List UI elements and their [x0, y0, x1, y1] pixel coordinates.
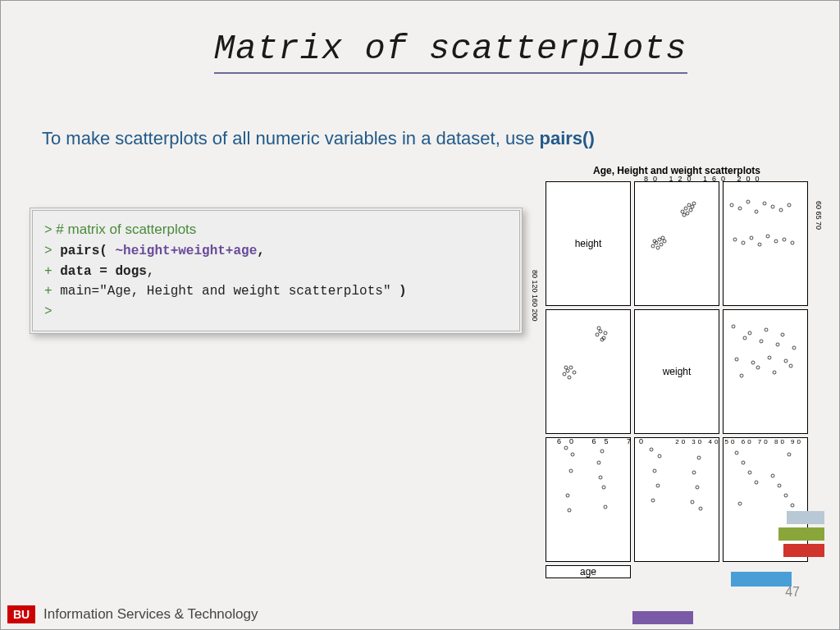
svg-point-87	[771, 474, 774, 477]
diag-cell-height: height	[546, 181, 631, 306]
svg-point-13	[689, 208, 692, 212]
svg-point-71	[699, 507, 702, 510]
svg-point-65	[600, 450, 604, 453]
code-data-arg: data = dogs	[60, 264, 147, 279]
chart-grid: height weight age	[546, 181, 808, 436]
svg-point-72	[658, 454, 661, 458]
svg-point-64	[569, 469, 573, 472]
svg-point-62	[571, 453, 574, 456]
svg-point-37	[564, 366, 568, 369]
svg-point-29	[774, 240, 778, 243]
svg-point-86	[755, 481, 758, 484]
code-comma: ,	[147, 264, 155, 279]
svg-point-60	[564, 446, 568, 450]
svg-point-24	[733, 238, 737, 241]
slide-title: Matrix of scatterplots	[214, 30, 687, 74]
code-close: )	[399, 284, 407, 299]
axis-ticks-bottom-right: 20 30 40 50 60 70 80 90	[675, 438, 803, 445]
subtitle-text: To make scatterplots of all numeric vari…	[42, 128, 540, 148]
svg-point-55	[760, 340, 763, 343]
pairs-plot: Age, Height and weight scatterplots 80 1…	[537, 165, 816, 444]
svg-point-48	[765, 328, 768, 331]
svg-point-22	[779, 208, 783, 212]
svg-point-49	[773, 371, 776, 374]
svg-point-41	[597, 326, 600, 330]
svg-point-16	[730, 203, 733, 207]
scatter-cell	[723, 309, 808, 434]
svg-point-52	[735, 358, 738, 361]
svg-point-73	[691, 500, 694, 504]
svg-point-27	[758, 243, 761, 246]
svg-point-63	[566, 494, 569, 497]
decoration-bar	[787, 511, 824, 524]
code-formula: ~height+weight+age	[107, 244, 257, 258]
svg-point-8	[681, 210, 684, 213]
svg-point-68	[602, 486, 605, 489]
svg-point-74	[653, 469, 656, 472]
svg-point-30	[783, 238, 786, 241]
svg-point-53	[743, 336, 746, 340]
svg-point-15	[692, 202, 696, 205]
svg-point-2	[658, 238, 661, 241]
svg-point-26	[750, 236, 753, 240]
svg-point-58	[784, 359, 788, 363]
svg-point-20	[763, 202, 766, 205]
decoration-bar	[783, 544, 824, 557]
svg-point-19	[755, 210, 758, 213]
svg-point-44	[732, 325, 735, 328]
scatter-cell	[634, 181, 719, 306]
code-func: pairs(	[60, 244, 107, 258]
svg-point-11	[691, 205, 694, 208]
svg-point-51	[789, 364, 792, 368]
svg-point-6	[663, 240, 666, 243]
svg-point-88	[738, 502, 742, 505]
svg-point-9	[684, 207, 687, 210]
svg-point-59	[792, 346, 796, 349]
svg-point-43	[604, 331, 607, 335]
svg-point-12	[686, 212, 689, 215]
axis-ticks-top: 80 120 160 200	[644, 175, 765, 183]
code-comment: # matrix of scatterplots	[52, 221, 197, 237]
page-number: 47	[785, 585, 800, 600]
subtitle-func: pairs()	[540, 128, 595, 148]
svg-point-75	[696, 486, 699, 489]
svg-point-80	[735, 451, 738, 454]
axis-ticks-left: 80 120 160 200	[531, 270, 539, 322]
svg-point-85	[778, 484, 781, 487]
diag-cell-weight: weight	[634, 309, 719, 434]
svg-point-50	[781, 333, 784, 336]
code-block: > # matrix of scatterplots > pairs( ~hei…	[30, 208, 523, 334]
svg-point-17	[738, 207, 742, 210]
code-prompt: +	[44, 284, 52, 299]
svg-point-47	[756, 366, 760, 369]
decoration-bar	[778, 527, 824, 541]
svg-point-79	[697, 456, 701, 459]
svg-point-31	[791, 241, 794, 244]
svg-point-10	[687, 203, 691, 207]
svg-point-82	[742, 461, 745, 464]
footer-dept: Information Services & Technology	[43, 606, 258, 623]
scatter-cell	[546, 309, 631, 434]
svg-point-25	[742, 241, 745, 244]
svg-point-38	[596, 333, 599, 336]
footer: BU Information Services & Technology	[1, 600, 839, 629]
svg-point-45	[740, 374, 743, 377]
scatter-cell	[723, 181, 808, 306]
svg-point-0	[651, 244, 655, 248]
svg-point-61	[568, 509, 571, 512]
code-prompt: +	[44, 264, 52, 279]
svg-point-70	[650, 448, 653, 451]
code-prompt: >	[44, 304, 52, 319]
svg-point-54	[751, 361, 755, 364]
svg-point-33	[566, 369, 569, 372]
svg-point-18	[746, 200, 750, 203]
axis-ticks-bottom-left: 60 65 70	[557, 437, 651, 445]
code-prompt: >	[44, 244, 52, 258]
svg-point-69	[599, 476, 602, 479]
svg-point-32	[563, 372, 566, 376]
code-comma: ,	[257, 244, 265, 258]
svg-point-21	[771, 205, 774, 208]
svg-point-5	[660, 243, 663, 246]
scatter-cell	[634, 437, 719, 562]
slide-subtitle: To make scatterplots of all numeric vari…	[42, 128, 595, 149]
